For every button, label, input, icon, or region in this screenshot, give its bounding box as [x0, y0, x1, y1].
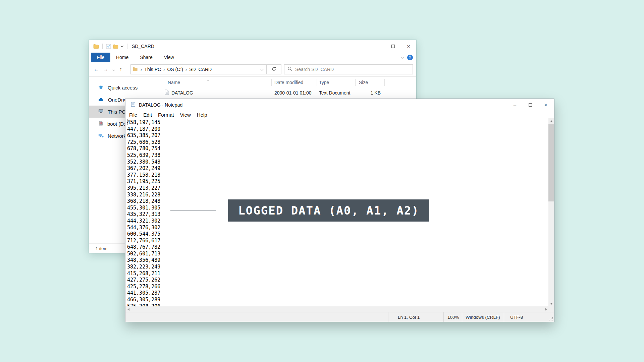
notepad-text-line: 395,213,227: [127, 185, 549, 192]
file-date-modified: 2000-01-01 01:00: [272, 90, 317, 96]
column-header-size[interactable]: Size: [356, 79, 385, 86]
vertical-scrollbar[interactable]: [548, 118, 554, 306]
column-header-name[interactable]: Name: [153, 79, 272, 86]
notepad-close-button[interactable]: ✕: [538, 99, 553, 111]
annotation-line: [170, 210, 216, 210]
menu-edit[interactable]: Edit: [140, 112, 155, 118]
new-folder-icon[interactable]: [113, 44, 118, 49]
explorer-ribbon: File Home Share View ?: [89, 53, 416, 62]
notepad-text-line: 415,268,211: [127, 270, 549, 277]
menu-help[interactable]: Help: [194, 112, 210, 118]
explorer-address-row: ← → ↑ › This PC › OS (C:) › SD_CARD: [89, 62, 416, 77]
notepad-menubar: FileEditFormatViewHelp: [125, 111, 554, 118]
status-cursor-position: Ln 1, Col 1: [388, 312, 443, 322]
notepad-text-line: 338,216,228: [127, 192, 549, 198]
notepad-status-bar: Ln 1, Col 1 100% Windows (CRLF) UTF-8: [125, 312, 554, 322]
desktop: SD_CARD – ✕ File Home Share View ? ← →: [0, 0, 644, 362]
sidebar-item-label: Quick access: [108, 85, 138, 90]
explorer-maximize-button[interactable]: [385, 40, 401, 53]
ribbon-tab-home[interactable]: Home: [110, 53, 134, 62]
search-box[interactable]: [284, 64, 413, 74]
notepad-minimize-button[interactable]: –: [507, 99, 523, 111]
properties-check-icon[interactable]: [106, 44, 111, 49]
notepad-maximize-button[interactable]: [523, 99, 538, 111]
scroll-left-arrow-icon[interactable]: [125, 306, 131, 312]
notepad-text-line: 352,380,548: [127, 159, 549, 166]
ribbon-tab-view[interactable]: View: [158, 53, 180, 62]
explorer-close-button[interactable]: ✕: [401, 40, 416, 53]
notepad-text-line: 427,275,262: [127, 277, 549, 284]
up-arrow-icon[interactable]: ↑: [119, 67, 122, 72]
notepad-text-line: 712,766,617: [127, 238, 549, 244]
horizontal-scrollbar[interactable]: [125, 306, 549, 312]
search-input[interactable]: [295, 67, 410, 72]
star-icon: [98, 84, 104, 91]
scroll-down-arrow-icon[interactable]: [548, 301, 554, 306]
annotation-label: LOGGED DATA (A0, A1, A2): [228, 199, 429, 222]
breadcrumb[interactable]: › This PC › OS (C:) › SD_CARD: [130, 64, 267, 74]
notepad-text-line: 544,376,302: [127, 225, 549, 231]
notepad-text-line: 371,195,225: [127, 178, 549, 185]
expand-ribbon-chevron-icon[interactable]: [400, 54, 404, 60]
notepad-titlebar[interactable]: DATALOG - Notepad – ✕: [125, 99, 554, 111]
notepad-text-line: 648,767,782: [127, 244, 549, 251]
breadcrumb-separator: ›: [161, 67, 167, 72]
minimize-icon: –: [514, 102, 516, 108]
minimize-icon: –: [376, 44, 379, 49]
back-arrow-icon[interactable]: ←: [94, 67, 99, 72]
file-row-datalog[interactable]: DATALOG 2000-01-01 01:00 Text Document 1…: [153, 88, 416, 98]
recent-locations-chevron-icon[interactable]: [112, 66, 115, 72]
ribbon-tab-share[interactable]: Share: [134, 53, 158, 62]
file-size: 1 KB: [356, 90, 385, 96]
refresh-button[interactable]: [267, 64, 281, 74]
resize-grip-icon[interactable]: [552, 320, 553, 320]
scrollbar-corner: [548, 306, 554, 312]
breadcrumb-separator: ›: [183, 67, 189, 72]
qat-customize-chevron-icon[interactable]: [120, 45, 124, 48]
notepad-text-line: 466,305,289: [127, 297, 549, 303]
breadcrumb-os-c[interactable]: OS (C:): [167, 67, 183, 72]
menu-format[interactable]: Format: [155, 112, 177, 118]
explorer-window-title: SD_CARD: [132, 44, 154, 49]
scroll-up-arrow-icon[interactable]: [548, 118, 554, 124]
explorer-titlebar[interactable]: SD_CARD – ✕: [89, 40, 416, 53]
item-count: 1 item: [96, 246, 107, 251]
vertical-scrollbar-thumb[interactable]: [548, 124, 554, 201]
close-icon: ✕: [544, 103, 548, 108]
file-list: Name Date modified Type Size DATALOG 200…: [153, 77, 416, 98]
breadcrumb-sd-card[interactable]: SD_CARD: [189, 67, 212, 72]
maximize-icon: [529, 103, 532, 107]
text-caret: [127, 119, 127, 125]
scroll-right-arrow-icon[interactable]: [543, 306, 549, 312]
help-button[interactable]: ?: [407, 55, 413, 60]
status-line-ending: Windows (CRLF): [462, 312, 504, 322]
sidebar-item-label: Network: [108, 133, 126, 139]
notepad-text-line: 447,187,200: [127, 126, 549, 133]
sort-ascending-icon[interactable]: [206, 77, 210, 82]
menu-view[interactable]: View: [177, 112, 194, 118]
notepad-text-line: 575,308,306: [127, 303, 549, 306]
notepad-text-line: 600,544,375: [127, 231, 549, 238]
cloud-icon: [98, 97, 104, 103]
sidebar-item-quick-access[interactable]: Quick access: [89, 81, 153, 94]
explorer-minimize-button[interactable]: –: [370, 40, 385, 53]
status-encoding: UTF-8: [504, 312, 554, 322]
address-dropdown-chevron-icon[interactable]: [260, 67, 264, 72]
titlebar-separator: [127, 44, 127, 49]
monitor-icon: [98, 109, 104, 115]
notepad-text-line: 441,305,287: [127, 290, 549, 297]
column-header-type[interactable]: Type: [317, 79, 356, 86]
breadcrumb-this-pc[interactable]: This PC: [144, 67, 161, 72]
column-header-date-modified[interactable]: Date modified: [272, 79, 317, 86]
menu-file[interactable]: File: [126, 112, 140, 118]
notepad-text-line: 348,356,489: [127, 257, 549, 264]
sd-card-icon: SD: [98, 121, 103, 127]
notepad-text-line: 678,780,754: [127, 145, 549, 152]
titlebar-separator: [102, 44, 103, 49]
sidebar-item-label: This PC: [108, 109, 125, 115]
ribbon-tab-file[interactable]: File: [91, 53, 110, 62]
notepad-text-line: 525,639,738: [127, 152, 549, 159]
notepad-text-line: 502,601,713: [127, 251, 549, 257]
maximize-icon: [391, 45, 395, 48]
forward-arrow-icon[interactable]: →: [103, 67, 108, 72]
